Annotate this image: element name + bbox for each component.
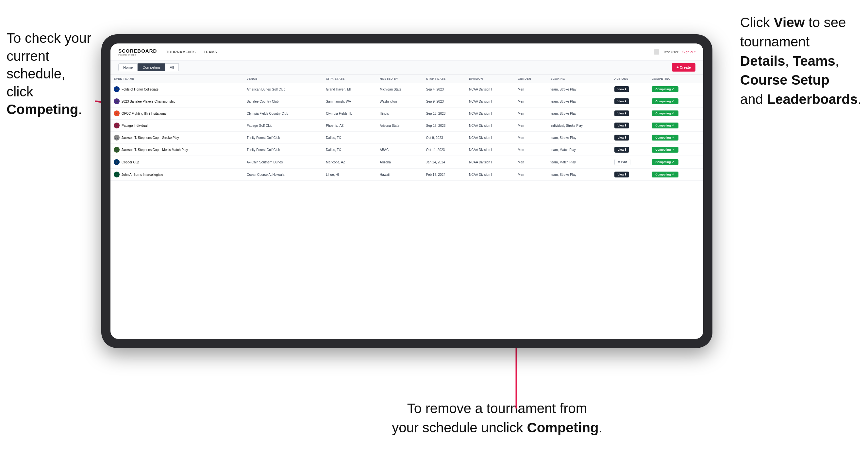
table-row: W 2023 Sahalee Players Championship Saha… [111,95,703,107]
filter-bar: Home Competing All + Create [111,60,703,74]
competing-cell: Competing [648,156,703,168]
division-cell: NCAA Division I [466,95,515,107]
competing-cell: Competing [648,107,703,120]
hosted-cell: Washington [376,95,423,107]
event-name-cell: I OFCC Fighting Illini Invitational [111,107,244,120]
venue-cell: Papago Golf Club [244,120,323,132]
col-actions: ACTIONS [611,74,648,83]
filter-home-button[interactable]: Home [118,63,137,71]
action-cell: ✏ Edit [611,156,648,168]
gender-cell: Men [515,95,547,107]
nav-teams[interactable]: TEAMS [204,50,217,54]
competing-cell: Competing [648,95,703,107]
action-cell: View ℹ [611,132,648,144]
team-logo: JS [114,135,120,141]
event-name-cell: W 2023 Sahalee Players Championship [111,95,244,107]
tablet-screen: SCOREBOARD Powered by clippi TOURNAMENTS… [111,43,703,339]
scoring-cell: team, Stroke Play [548,168,611,181]
team-logo: H [114,172,120,178]
view-button[interactable]: View ℹ [614,172,629,178]
gender-cell: Men [515,156,547,168]
competing-cell: Competing [648,132,703,144]
hosted-cell: Hawaii [376,168,423,181]
action-cell: View ℹ [611,144,648,156]
view-button[interactable]: View ℹ [614,123,629,128]
event-name-cell: A Copper Cup [111,156,244,168]
competing-badge[interactable]: Competing [652,123,678,128]
hosted-cell: Michigan State [376,83,423,95]
signout-link[interactable]: Sign out [682,50,695,54]
city-cell: Dallas, TX [322,144,376,156]
hosted-cell: Arizona State [376,120,423,132]
annotation-top-right: Click View to see tournament Details, Te… [740,13,862,109]
view-button[interactable]: View ℹ [614,147,629,153]
team-logo: I [114,111,120,116]
table-row: JS Jackson T. Stephens Cup – Men's Match… [111,144,703,156]
event-name-cell: Y Papago Individual [111,120,244,132]
event-title: Papago Individual [122,124,148,127]
filter-all-button[interactable]: All [165,63,179,71]
competing-badge[interactable]: Competing [652,172,678,178]
event-title: John A. Burns Intercollegiate [122,173,163,177]
view-button[interactable]: View ℹ [614,135,629,141]
annotation-left: To check your current schedule, click Co… [6,29,92,119]
table-header-row: EVENT NAME VENUE CITY, STATE HOSTED BY S… [111,74,703,83]
city-cell: Grand Haven, MI [322,83,376,95]
competing-badge[interactable]: Competing [652,98,678,104]
tablet-frame: SCOREBOARD Powered by clippi TOURNAMENTS… [101,34,712,348]
col-division: DIVISION [466,74,515,83]
competing-badge[interactable]: Competing [652,147,678,153]
col-gender: GENDER [515,74,547,83]
date-cell: Oct 11, 2023 [423,144,466,156]
table-row: Y Papago Individual Papago Golf Club Pho… [111,120,703,132]
team-logo: M [114,86,120,92]
user-name: Test User [663,50,678,54]
city-cell: Olympia Fields, IL [322,107,376,120]
competing-badge[interactable]: Competing [652,159,678,165]
create-button[interactable]: + Create [672,63,695,71]
venue-cell: Trinity Forest Golf Club [244,132,323,144]
event-name-cell: JS Jackson T. Stephens Cup – Stroke Play [111,132,244,144]
team-logo: JS [114,147,120,153]
scoring-cell: team, Match Play [548,144,611,156]
brand: SCOREBOARD Powered by clippi [118,48,157,56]
table-row: A Copper Cup Ak-Chin Southern Dunes Mari… [111,156,703,168]
division-cell: NCAA Division I [466,132,515,144]
scoring-cell: team, Match Play [548,156,611,168]
nav-tournaments[interactable]: TOURNAMENTS [166,50,196,54]
hosted-cell: Arizona [376,156,423,168]
competing-badge[interactable]: Competing [652,86,678,92]
gender-cell: Men [515,120,547,132]
event-name-cell: JS Jackson T. Stephens Cup – Men's Match… [111,144,244,156]
col-scoring: SCORING [548,74,611,83]
venue-cell: Ocean Course At Hokuala [244,168,323,181]
action-cell: View ℹ [611,168,648,181]
competing-cell: Competing [648,144,703,156]
gender-cell: Men [515,83,547,95]
team-logo: Y [114,123,120,128]
edit-button[interactable]: ✏ Edit [614,159,631,165]
table-container: EVENT NAME VENUE CITY, STATE HOSTED BY S… [111,74,703,339]
city-cell: Dallas, TX [322,132,376,144]
date-cell: Sep 18, 2023 [423,120,466,132]
filter-competing-button[interactable]: Competing [137,63,165,71]
division-cell: NCAA Division I [466,156,515,168]
brand-sub: Powered by clippi [118,54,157,56]
view-button[interactable]: View ℹ [614,86,629,92]
annotation-bottom: To remove a tournament from your schedul… [392,399,602,438]
venue-cell: American Dunes Golf Club [244,83,323,95]
view-button[interactable]: View ℹ [614,111,629,116]
event-title: OFCC Fighting Illini Invitational [122,112,166,115]
col-start-date: START DATE [423,74,466,83]
hosted-cell: ABAC [376,144,423,156]
division-cell: NCAA Division I [466,83,515,95]
competing-badge[interactable]: Competing [652,135,678,141]
nav-right: Test User Sign out [654,49,695,55]
division-cell: NCAA Division I [466,168,515,181]
col-competing: COMPETING [648,74,703,83]
event-name-cell: H John A. Burns Intercollegiate [111,168,244,181]
city-cell: Sammamish, WA [322,95,376,107]
view-button[interactable]: View ℹ [614,98,629,104]
col-venue: VENUE [244,74,323,83]
competing-badge[interactable]: Competing [652,111,678,116]
